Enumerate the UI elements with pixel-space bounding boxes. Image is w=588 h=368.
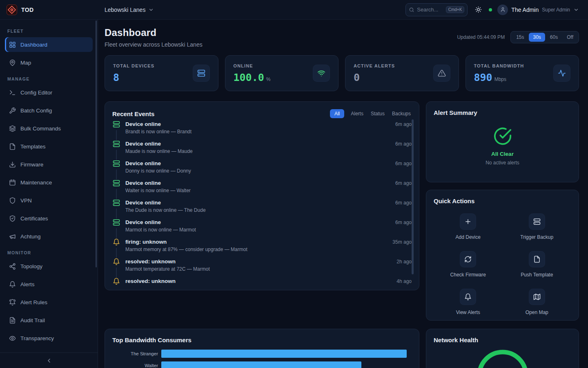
sidebar-scrollbar[interactable]	[96, 20, 97, 267]
download-icon	[9, 161, 16, 168]
sidebar-item-label: Dashboard	[20, 42, 47, 48]
search-box[interactable]: Cmd+K	[405, 3, 468, 16]
activity-icon	[558, 69, 566, 77]
event-row[interactable]: Device onlineMarmot is now online — Marm…	[112, 219, 412, 238]
event-row[interactable]: Device onlineDonny is now online — Donny…	[112, 160, 412, 180]
sidebar-item-alerts[interactable]: Alerts	[5, 277, 93, 292]
sidebar-item-map[interactable]: Map	[5, 55, 93, 70]
sidebar-item-label: Transparency	[20, 335, 54, 341]
search-input[interactable]	[417, 7, 443, 13]
event-title: Device online	[125, 200, 206, 206]
bar-row: Walter	[112, 361, 412, 368]
bandwidth-chart: The Stranger Walter	[112, 350, 412, 368]
sidebar-item-templates[interactable]: Templates	[5, 139, 93, 154]
refresh-option-30s[interactable]: 30s	[529, 33, 545, 42]
user-menu[interactable]: The Admin Super Admin	[497, 4, 579, 15]
refresh-option-60s[interactable]: 60s	[546, 33, 562, 42]
sidebar-item-alert-rules[interactable]: Alert Rules	[5, 295, 93, 310]
sidebar-item-label: VPN	[20, 197, 32, 204]
event-row[interactable]: Device onlineWalter is now online — Walt…	[112, 180, 412, 199]
event-row[interactable]: Device onlineThe Dude is now online — Th…	[112, 199, 412, 219]
panel-title: Recent Events	[112, 110, 154, 117]
sidebar-section-label: FLEET	[7, 29, 90, 34]
action-check-firmware[interactable]: Check Firmware	[450, 251, 486, 278]
panel-title: Network Health	[434, 337, 571, 343]
stat-icon-box	[433, 65, 450, 82]
server-icon	[113, 180, 120, 187]
calendar-icon	[9, 179, 16, 186]
event-row[interactable]: Device onlineMaude is now online — Maude…	[112, 140, 412, 160]
sidebar-collapse-button[interactable]	[0, 352, 98, 368]
sidebar-item-certificates[interactable]: Certificates	[5, 211, 93, 226]
wrench-icon	[9, 107, 16, 114]
event-list: Device onlineBrandt is now online — Bran…	[112, 121, 412, 285]
brand: TOD	[0, 4, 98, 15]
stat-icon-box	[313, 65, 330, 82]
sidebar-item-maintenance[interactable]: Maintenance	[5, 175, 93, 190]
sidebar-item-batch-config[interactable]: Batch Config	[5, 103, 93, 118]
sidebar-item-bulk-commands[interactable]: Bulk Commands	[5, 121, 93, 136]
refresh-option-off[interactable]: Off	[563, 33, 577, 42]
action-trigger-backup[interactable]: Trigger Backup	[520, 213, 553, 240]
filter-status[interactable]: Status	[370, 109, 385, 118]
sidebar-item-label: Batch Config	[20, 108, 52, 114]
sidebar-item-label: Alert Rules	[20, 299, 47, 305]
bar-label: Walter	[112, 363, 158, 368]
megaphone-icon	[9, 233, 16, 240]
event-time: 35m ago	[392, 238, 412, 258]
refresh-interval-control: 15s 30s 60s Off	[510, 31, 579, 43]
event-row[interactable]: Device onlineBrandt is now online — Bran…	[112, 121, 412, 140]
bell-icon	[113, 238, 120, 246]
action-add-device[interactable]: Add Device	[456, 213, 481, 240]
action-label: Trigger Backup	[520, 234, 553, 240]
action-open-map[interactable]: Open Map	[526, 289, 548, 315]
event-row[interactable]: firing: unknownMarmot memory at 87% — co…	[112, 238, 412, 258]
event-row[interactable]: resolved: unknown 4h ago	[112, 278, 412, 285]
sidebar-item-label: Maintenance	[20, 180, 52, 186]
timeline-connector	[116, 228, 117, 238]
theme-toggle-button[interactable]	[473, 4, 483, 15]
event-row[interactable]: resolved: unknownMarmot temperature at 7…	[112, 258, 412, 278]
chevron-down-icon	[148, 7, 154, 13]
sidebar-item-firmware[interactable]: Firmware	[5, 157, 93, 172]
org-name: Lebowski Lanes	[105, 7, 145, 13]
action-view-alerts[interactable]: View Alerts	[456, 289, 480, 315]
shield-icon	[9, 197, 16, 204]
server-icon	[113, 219, 120, 226]
file-icon	[9, 143, 16, 150]
events-scrollbar[interactable]	[412, 119, 414, 274]
avatar	[497, 4, 508, 15]
sidebar-item-topology[interactable]: Topology	[5, 259, 93, 274]
quick-actions-panel: Quick Actions Add Device Trigger Backup …	[426, 190, 579, 321]
sidebar-item-transparency[interactable]: Transparency	[5, 331, 93, 346]
sidebar-item-label: Audit Trail	[20, 317, 45, 323]
event-title: Device online	[125, 180, 191, 186]
bell-icon	[113, 278, 120, 285]
event-detail: Walter is now online — Walter	[125, 188, 191, 193]
event-time: 6m ago	[395, 160, 412, 180]
filter-alerts[interactable]: Alerts	[350, 109, 364, 118]
org-switcher[interactable]: Lebowski Lanes	[105, 7, 154, 13]
sidebar-item-audit-trail[interactable]: Audit Trail	[5, 313, 93, 328]
check-circle-icon	[493, 127, 512, 146]
event-time: 6m ago	[395, 180, 412, 199]
filter-backups[interactable]: Backups	[391, 109, 412, 118]
refresh-option-15s[interactable]: 15s	[512, 33, 528, 42]
sidebar-item-vpn[interactable]: VPN	[5, 193, 93, 208]
sidebar-item-achtung[interactable]: Achtung	[5, 229, 93, 244]
sidebar-item-config-editor[interactable]: Config Editor	[5, 85, 93, 100]
sidebar-item-dashboard[interactable]: Dashboard	[5, 37, 93, 52]
sun-icon	[475, 6, 482, 13]
server-icon	[113, 199, 120, 206]
filter-all[interactable]: All	[330, 109, 344, 118]
chevron-down-icon	[573, 7, 579, 13]
bar-fill	[161, 361, 361, 368]
sidebar-item-label: Alerts	[20, 281, 35, 287]
action-push-template[interactable]: Push Template	[521, 251, 553, 278]
panel-title: Top Bandwidth Consumers	[112, 337, 412, 343]
panel-title: Quick Actions	[434, 197, 571, 204]
timeline-connector	[116, 248, 117, 258]
stat-value: 8	[113, 72, 119, 83]
server-icon	[197, 69, 205, 77]
sidebar-section-label: MONITOR	[7, 250, 90, 255]
